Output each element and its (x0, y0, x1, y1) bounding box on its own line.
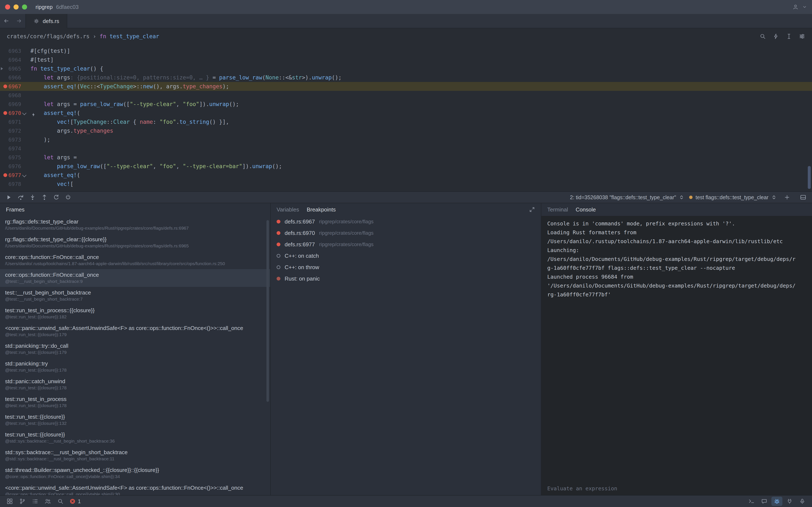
tab-terminal[interactable]: Terminal (547, 207, 568, 213)
stack-frame[interactable]: rg::flags::defs::test_type_clear::{{clos… (0, 234, 270, 251)
breakpoint-row[interactable]: defs.rs:6977ripgrep/crates/core/flags (271, 239, 541, 250)
code-line[interactable]: 6972 args.type_changes (0, 126, 812, 135)
code-line[interactable]: 6966 let args: {positional:size=0, patte… (0, 73, 812, 82)
line-gutter[interactable]: 6973 (0, 135, 28, 144)
line-gutter[interactable]: 6963 (0, 47, 28, 55)
stack-frame[interactable]: test::run_test::{{closure}}@test::run_te… (0, 411, 270, 429)
terminal-panel-button[interactable] (746, 497, 757, 506)
breadcrumb-path[interactable]: crates/core/flags/defs.rs (7, 33, 90, 40)
git-panel-button[interactable] (17, 497, 28, 506)
line-number[interactable]: 6964 (2, 56, 21, 64)
chevron-down-icon[interactable] (21, 171, 28, 180)
line-gutter[interactable]: 6966 (0, 73, 28, 82)
stack-frame[interactable]: test::__rust_begin_short_backtrace@test:… (0, 287, 270, 304)
code-line[interactable]: 6975 let args = (0, 153, 812, 162)
breakpoint-icon[interactable] (276, 242, 281, 246)
tab-variables[interactable]: Variables (276, 207, 299, 213)
stop-button[interactable] (63, 193, 73, 202)
line-gutter[interactable]: 6974 (0, 144, 28, 153)
console-input[interactable]: Evaluate an expression (541, 482, 812, 495)
git-branch-label[interactable]: 6dfaec03 (56, 4, 79, 10)
stack-frame[interactable]: test::run_test_in_process@test::run_test… (0, 393, 270, 411)
line-number[interactable]: 6968 (2, 91, 21, 100)
code-line[interactable]: 6965fn test_type_clear() { (0, 64, 812, 73)
stack-frame[interactable]: test::run_test::{{closure}}@std::sys::ba… (0, 429, 270, 447)
user-icon[interactable] (790, 2, 801, 12)
project-name[interactable]: ripgrep (36, 4, 53, 10)
stack-frame[interactable]: rg::flags::defs::test_type_clear/Users/d… (0, 216, 270, 234)
editor-scrollbar[interactable] (808, 166, 811, 189)
stack-frame[interactable]: std::thread::Builder::spawn_unchecked_::… (0, 464, 270, 482)
code-line[interactable]: 6964#[test] (0, 55, 812, 64)
chevron-down-icon[interactable] (802, 5, 807, 9)
line-number[interactable]: 6965 (2, 64, 21, 73)
code-editor[interactable]: 6963#[cfg(test)]6964#[test]6965fn test_t… (0, 44, 812, 191)
inline-assist-icon[interactable] (773, 33, 779, 40)
breakpoint-dot[interactable] (3, 84, 7, 88)
line-gutter[interactable]: 6967 (0, 82, 28, 91)
extensions-button[interactable] (784, 497, 795, 506)
step-out-button[interactable] (39, 193, 50, 202)
chevron-down-icon[interactable] (21, 109, 28, 117)
text-cursor-icon[interactable] (786, 33, 792, 40)
zoom-window-button[interactable] (22, 4, 27, 9)
step-into-button[interactable] (27, 193, 38, 202)
breakpoint-row[interactable]: defs.rs:6967ripgrep/crates/core/flags (271, 216, 541, 227)
step-over-button[interactable] (15, 193, 26, 202)
line-number[interactable]: 6973 (2, 135, 21, 144)
line-gutter[interactable]: 6964 (0, 55, 28, 64)
tab-console[interactable]: Console (575, 207, 596, 213)
line-number[interactable]: 6975 (2, 153, 21, 162)
nav-forward-button[interactable] (13, 14, 26, 28)
outline-panel-button[interactable] (30, 497, 41, 506)
debug-panel-button[interactable] (771, 497, 782, 506)
project-panel-button[interactable] (4, 497, 15, 506)
session-selector[interactable]: test flags::defs::test_type_clear (689, 194, 776, 201)
breakpoint-row[interactable]: defs.rs:6970ripgrep/crates/core/flags (271, 227, 541, 239)
close-window-button[interactable] (5, 4, 10, 9)
collab-panel-button[interactable] (42, 497, 53, 506)
line-gutter[interactable]: 6969 (0, 100, 28, 109)
stack-frame[interactable]: std::panicking::try::do_call@test::run_t… (0, 340, 270, 358)
stack-frame[interactable]: std::panicking::try@test::run_test::{{cl… (0, 358, 270, 376)
code-line[interactable]: 6977 assert_eq!( (0, 171, 812, 180)
code-line[interactable]: 6969 let args = parse_low_raw(["--type-c… (0, 100, 812, 109)
code-line[interactable]: 6973 ); (0, 135, 812, 144)
tab-breakpoints[interactable]: Breakpoints (307, 207, 336, 213)
line-gutter[interactable]: 6972 (0, 126, 28, 135)
line-gutter[interactable]: 6976 (0, 162, 28, 171)
expand-panel-icon[interactable] (529, 207, 535, 213)
nav-back-button[interactable] (0, 14, 13, 28)
code-line[interactable]: 6970 assert_eq!( (0, 109, 812, 117)
continue-button[interactable] (3, 193, 14, 202)
stack-frame[interactable]: test::run_test_in_process::{{closure}}@t… (0, 304, 270, 322)
line-gutter[interactable]: 6968 (0, 91, 28, 100)
stack-frame[interactable]: core::ops::function::FnOnce::call_once@t… (0, 269, 270, 287)
panic-icon[interactable] (276, 277, 281, 281)
chat-panel-button[interactable] (759, 497, 770, 506)
line-gutter[interactable]: 6975 (0, 153, 28, 162)
code-line[interactable]: 6978 vec![ (0, 180, 812, 188)
breakpoint-row[interactable]: C++: on throw (271, 262, 541, 273)
exception-icon[interactable] (276, 265, 281, 269)
code-line[interactable]: 6967 assert_eq!(Vec::<TypeChange>::new()… (0, 82, 812, 91)
code-line[interactable]: 6976 parse_low_raw(["--type-clear", "foo… (0, 162, 812, 171)
breakpoint-row[interactable]: C++: on catch (271, 250, 541, 262)
stack-frame[interactable]: core::ops::function::FnOnce::call_once/U… (0, 251, 270, 269)
line-gutter[interactable]: 6971 (0, 117, 28, 126)
minimize-window-button[interactable] (13, 4, 18, 9)
breadcrumb-symbol[interactable]: fn test_type_clear (100, 33, 159, 40)
search-button[interactable] (55, 497, 66, 506)
breakpoint-row[interactable]: Rust: on panic (271, 273, 541, 284)
breakpoint-icon[interactable] (276, 231, 281, 235)
line-gutter[interactable]: 6965 (0, 64, 28, 73)
exception-icon[interactable] (276, 254, 281, 258)
search-icon[interactable] (760, 33, 766, 40)
breakpoint-dot[interactable] (3, 111, 7, 115)
line-gutter[interactable]: 6978 (0, 180, 28, 188)
restart-button[interactable] (51, 193, 62, 202)
line-gutter[interactable]: 6977 (0, 171, 28, 180)
frames-scrollbar[interactable] (266, 220, 269, 402)
stack-frame[interactable]: std::panic::catch_unwind@test::run_test:… (0, 376, 270, 393)
line-number[interactable]: 6972 (2, 126, 21, 135)
